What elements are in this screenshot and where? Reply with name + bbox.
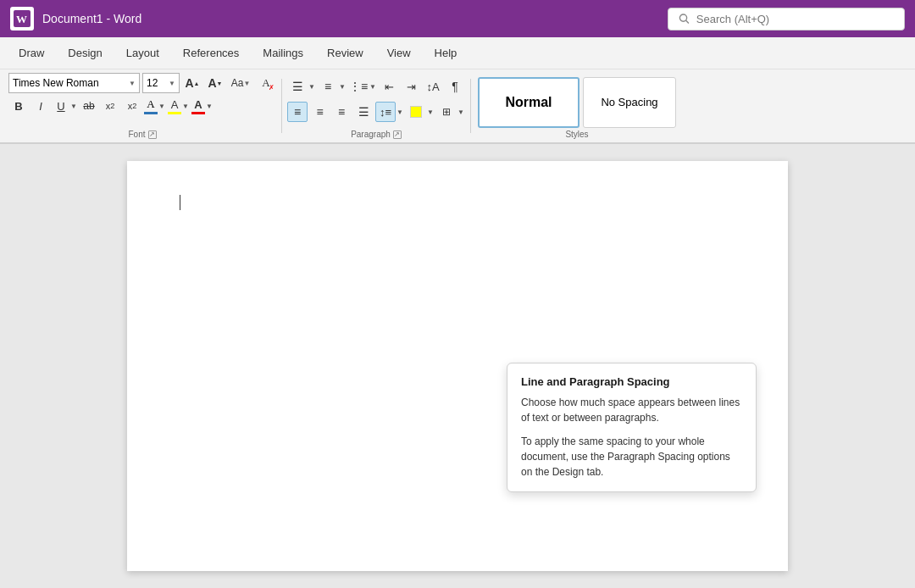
decrease-font-button[interactable]: A▼ (205, 73, 225, 93)
search-bar[interactable] (668, 8, 905, 31)
svg-point-2 (679, 14, 686, 21)
bold-button[interactable]: B (8, 96, 29, 116)
subscript-button[interactable]: x2 (100, 96, 120, 116)
document-area: Line and Paragraph Spacing Choose how mu… (0, 144, 915, 588)
superscript-button[interactable]: x2 (122, 96, 142, 116)
shading-button[interactable] (406, 102, 426, 122)
align-left-button[interactable]: ≡ (287, 102, 308, 122)
tab-review[interactable]: Review (315, 40, 375, 66)
bullet-list-button[interactable]: ☰ (287, 76, 308, 97)
font-size-display: 12 (147, 77, 169, 89)
text-highlight-button[interactable]: A (144, 97, 158, 114)
highlight-color-button[interactable]: A (168, 98, 181, 114)
underline-button[interactable]: U (53, 96, 69, 116)
normal-style-box[interactable]: Normal (478, 77, 580, 128)
para-align-row: ≡ ≡ ≡ ☰ ↕≡ ▼ ▼ ⊞ ▼ (287, 100, 465, 124)
font-color-group: A ▼ (191, 96, 214, 116)
font-color-button[interactable]: A (191, 98, 205, 114)
styles-section-label: Styles (478, 128, 676, 139)
highlight-color-group: A ▼ (168, 96, 190, 116)
app-logo: W (10, 7, 34, 31)
italic-button[interactable]: I (30, 96, 51, 116)
text-highlight-group: A ▼ (144, 96, 166, 116)
numbered-list-dropdown[interactable]: ▼ (338, 76, 347, 97)
tooltip-body2: To apply the same spacing to your whole … (521, 434, 742, 480)
para-list-row: ☰ ▼ ≡ ▼ ⋮≡ ▼ ⇤ ⇥ ↕A ¶ (287, 75, 465, 98)
justify-button[interactable]: ☰ (353, 102, 374, 122)
paragraph-section-label: Paragraph ↗ (287, 128, 465, 139)
font-size-dropdown[interactable]: ▼ (169, 80, 175, 87)
sort-button[interactable]: ↕A (423, 76, 443, 97)
tab-mailings[interactable]: Mailings (251, 40, 315, 66)
title-bar: W Document1 - Word (0, 0, 915, 37)
svg-text:W: W (16, 13, 27, 25)
decrease-indent-button[interactable]: ⇤ (379, 76, 399, 97)
tab-help[interactable]: Help (423, 40, 469, 66)
underline-group: U ▼ (53, 96, 78, 116)
tooltip-title: Line and Paragraph Spacing (521, 375, 742, 388)
border-dropdown[interactable]: ▼ (457, 102, 465, 122)
ribbon-toolbar: Times New Roman ▼ 12 ▼ A▲ A▼ Aa▼ A ✗ (0, 69, 915, 144)
font-expand-icon[interactable]: ↗ (148, 130, 157, 139)
font-name-dropdown[interactable]: ▼ (129, 80, 136, 87)
tab-draw[interactable]: Draw (7, 40, 56, 66)
shading-dropdown[interactable]: ▼ (426, 102, 435, 122)
tab-design[interactable]: Design (56, 40, 114, 66)
font-name-display: Times New Roman (13, 77, 129, 89)
numbered-list-button[interactable]: ≡ (318, 76, 338, 97)
format-row: B I U ▼ ab x2 x2 A ▼ (8, 96, 276, 116)
ribbon-tabs: Draw Design Layout References Mailings R… (0, 37, 915, 69)
sep-1 (281, 79, 282, 133)
border-button[interactable]: ⊞ (436, 102, 457, 122)
svg-line-3 (686, 20, 689, 23)
nospacing-style-box[interactable]: No Spacing (583, 77, 676, 128)
increase-indent-button[interactable]: ⇥ (401, 76, 421, 97)
line-spacing-tooltip: Line and Paragraph Spacing Choose how mu… (507, 363, 757, 492)
tab-layout[interactable]: Layout (114, 40, 171, 66)
line-spacing-button[interactable]: ↕≡ (375, 102, 396, 122)
search-icon (679, 13, 690, 25)
window-title: Document1 - Word (42, 12, 659, 25)
change-case-button[interactable]: Aa▼ (228, 73, 253, 93)
sep-2 (470, 79, 471, 133)
strikethrough-button[interactable]: ab (80, 96, 98, 116)
search-input[interactable] (696, 13, 894, 25)
align-center-button[interactable]: ≡ (309, 102, 330, 122)
bullet-list-dropdown[interactable]: ▼ (308, 76, 316, 97)
font-section-label: Font ↗ (8, 128, 276, 139)
font-row: Times New Roman ▼ 12 ▼ A▲ A▼ Aa▼ A ✗ (8, 73, 276, 93)
strikethrough-group: ab (80, 96, 98, 116)
multilevel-list-button[interactable]: ⋮≡ (348, 76, 369, 97)
underline-dropdown[interactable]: ▼ (69, 96, 78, 116)
show-marks-button[interactable]: ¶ (445, 76, 465, 97)
multilevel-list-dropdown[interactable]: ▼ (369, 76, 377, 97)
text-cursor (180, 195, 180, 210)
tooltip-body1: Choose how much space appears between li… (521, 395, 742, 425)
align-right-button[interactable]: ≡ (331, 102, 352, 122)
tab-view[interactable]: View (375, 40, 423, 66)
line-spacing-dropdown[interactable]: ▼ (396, 102, 404, 122)
paragraph-expand-icon[interactable]: ↗ (393, 130, 402, 139)
font-color-dropdown[interactable]: ▼ (205, 96, 214, 116)
text-color-dropdown[interactable]: ▼ (158, 96, 166, 116)
tab-references[interactable]: References (171, 40, 251, 66)
clear-formatting-button[interactable]: A ✗ (256, 73, 276, 93)
increase-font-button[interactable]: A▲ (182, 73, 202, 93)
highlight-dropdown[interactable]: ▼ (181, 96, 190, 116)
